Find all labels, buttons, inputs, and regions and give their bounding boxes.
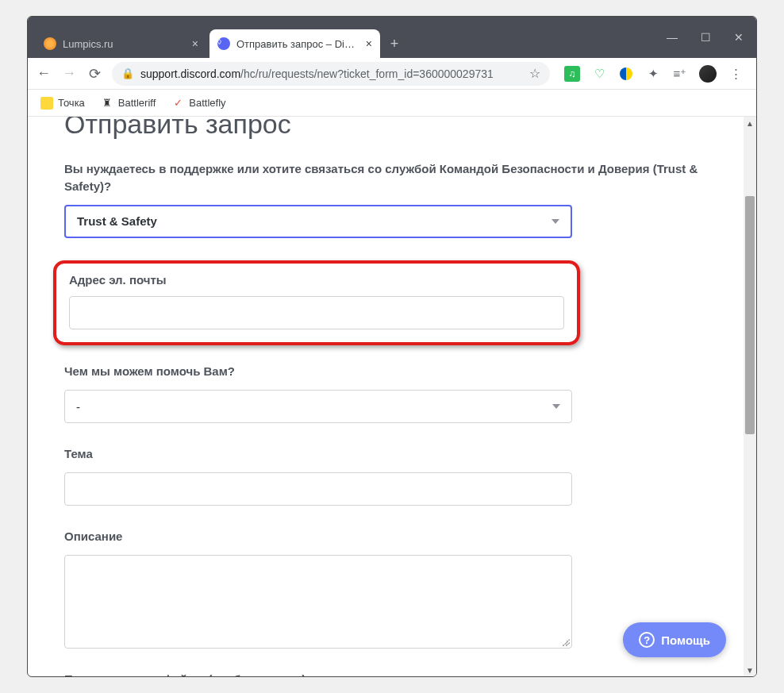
shield-ext-icon[interactable]: ♡ xyxy=(591,66,607,82)
bookmark-battlefly[interactable]: ✓ Battlefly xyxy=(171,97,225,110)
page: Отправить запрос Вы нуждаетесь в поддерж… xyxy=(28,117,744,676)
chevron-down-icon xyxy=(551,219,559,224)
reload-button[interactable]: ⟳ xyxy=(86,65,102,83)
titlebar: Lumpics.ru × ◊ Отправить запрос – Discor… xyxy=(28,17,756,58)
scroll-up-icon[interactable]: ▲ xyxy=(744,117,756,129)
description-textarea[interactable] xyxy=(64,555,572,649)
help-button-label: Помощь xyxy=(661,633,710,647)
extensions: ♫ ♡ ✦ ≡⁺ ⋮ xyxy=(559,65,748,83)
field-attachments: Прикрепленные файлы (необязательно) Доба… xyxy=(64,671,707,677)
tab-discord[interactable]: ◊ Отправить запрос – Discord × xyxy=(209,29,380,58)
page-title: Отправить запрос xyxy=(64,117,707,140)
tab-title: Lumpics.ru xyxy=(63,38,186,50)
question-icon: ? xyxy=(639,632,655,648)
scrollbar-track[interactable]: ▲ ▼ xyxy=(744,117,756,676)
new-tab-button[interactable]: + xyxy=(383,33,405,55)
bookmark-label: Точка xyxy=(58,97,85,109)
field-description: Описание xyxy=(64,528,707,649)
bookmark-icon: ♜ xyxy=(101,97,113,110)
attachments-label: Прикрепленные файлы (необязательно) xyxy=(64,671,707,677)
scrollbar-thumb[interactable] xyxy=(745,196,755,434)
menu-icon[interactable]: ⋮ xyxy=(728,66,744,82)
bookmark-label: Battleriff xyxy=(118,97,156,109)
bookmarks-bar: Точка ♜ Battleriff ✓ Battlefly xyxy=(28,90,756,117)
address-bar[interactable]: 🔒 support.discord.com/hc/ru/requests/new… xyxy=(112,62,550,86)
bookmark-battleriff[interactable]: ♜ Battleriff xyxy=(101,97,156,110)
subject-label: Тема xyxy=(64,445,707,463)
select-value: - xyxy=(76,400,80,414)
support-type-label: Вы нуждаетесь в поддержке или хотите свя… xyxy=(64,160,707,195)
minimize-icon[interactable]: — xyxy=(663,31,682,44)
bookmark-tochka[interactable]: Точка xyxy=(40,97,85,110)
close-icon[interactable]: × xyxy=(192,37,198,50)
support-type-select[interactable]: Trust & Safety xyxy=(64,205,572,238)
circle-ext-icon[interactable] xyxy=(618,66,634,82)
email-input[interactable] xyxy=(69,296,564,329)
window-controls: — ☐ ✕ xyxy=(663,17,756,58)
field-help-with: Чем мы можем помочь Вам? - xyxy=(64,363,707,423)
back-button[interactable]: ← xyxy=(36,65,52,82)
help-button[interactable]: ? Помощь xyxy=(623,622,726,657)
field-support-type: Вы нуждаетесь в поддержке или хотите свя… xyxy=(64,160,707,238)
tab-title: Отправить запрос – Discord xyxy=(236,38,359,50)
lock-icon: 🔒 xyxy=(121,67,134,79)
browser-window: Lumpics.ru × ◊ Отправить запрос – Discor… xyxy=(27,16,757,677)
discord-favicon: ◊ xyxy=(217,37,230,50)
help-with-label: Чем мы можем помочь Вам? xyxy=(64,363,707,380)
bookmark-star-icon[interactable]: ☆ xyxy=(529,66,540,81)
email-label: Адрес эл. почты xyxy=(69,271,564,289)
music-ext-icon[interactable]: ♫ xyxy=(564,66,580,82)
help-with-select[interactable]: - xyxy=(64,390,572,423)
tabs-row: Lumpics.ru × ◊ Отправить запрос – Discor… xyxy=(28,17,663,58)
content-area: Отправить запрос Вы нуждаетесь в поддерж… xyxy=(28,117,756,676)
tab-lumpics[interactable]: Lumpics.ru × xyxy=(36,29,206,58)
profile-avatar[interactable] xyxy=(699,65,717,83)
email-highlight: Адрес эл. почты xyxy=(53,260,580,346)
url-text: support.discord.com/hc/ru/requests/new?t… xyxy=(140,67,523,80)
close-icon[interactable]: × xyxy=(366,37,372,50)
close-window-icon[interactable]: ✕ xyxy=(729,31,748,44)
bookmark-label: Battlefly xyxy=(189,97,225,109)
puzzle-ext-icon[interactable]: ✦ xyxy=(645,66,661,82)
forward-button[interactable]: → xyxy=(61,65,77,82)
subject-input[interactable] xyxy=(64,472,572,506)
chevron-down-icon xyxy=(552,404,560,409)
lumpics-favicon xyxy=(44,37,56,50)
select-value: Trust & Safety xyxy=(77,214,157,228)
reading-list-icon[interactable]: ≡⁺ xyxy=(672,66,688,82)
bookmark-icon: ✓ xyxy=(171,97,184,110)
description-label: Описание xyxy=(64,528,707,545)
toolbar: ← → ⟳ 🔒 support.discord.com/hc/ru/reques… xyxy=(28,58,756,90)
bookmark-icon xyxy=(40,97,53,110)
maximize-icon[interactable]: ☐ xyxy=(696,31,715,44)
field-subject: Тема xyxy=(64,445,707,506)
scroll-down-icon[interactable]: ▼ xyxy=(744,664,756,676)
